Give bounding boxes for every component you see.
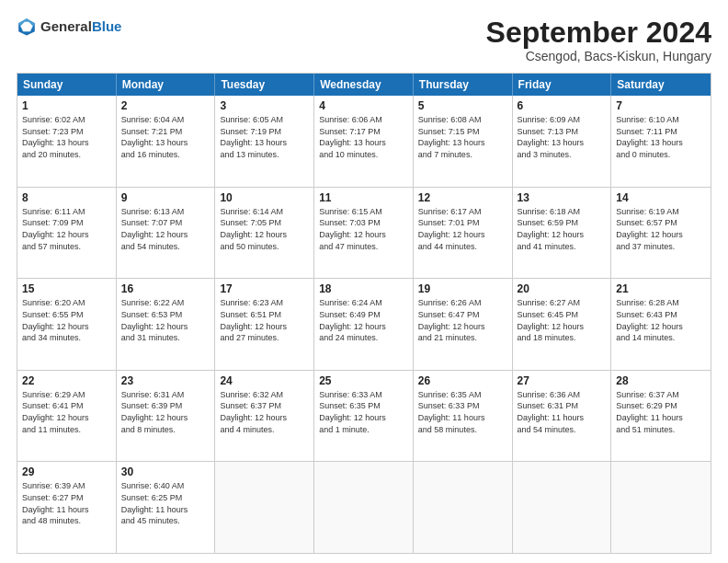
calendar-cell: 23Sunrise: 6:31 AMSunset: 6:39 PMDayligh…: [117, 371, 216, 462]
cell-text: and 48 minutes.: [22, 515, 111, 527]
calendar-cell: 12Sunrise: 6:17 AMSunset: 7:01 PMDayligh…: [414, 188, 513, 279]
cell-text: Sunrise: 6:24 AM: [319, 297, 408, 309]
day-number: 16: [121, 282, 210, 295]
cell-text: Sunset: 6:43 PM: [616, 309, 706, 321]
calendar: Sunday Monday Tuesday Wednesday Thursday…: [17, 73, 711, 554]
cell-text: Sunset: 6:25 PM: [121, 492, 210, 504]
cell-text: Daylight: 11 hours: [616, 412, 706, 424]
day-number: 29: [22, 465, 111, 478]
calendar-cell: 24Sunrise: 6:32 AMSunset: 6:37 PMDayligh…: [215, 371, 314, 462]
day-number: 13: [518, 191, 607, 204]
cell-text: Sunset: 6:33 PM: [418, 400, 507, 412]
day-number: 7: [616, 99, 706, 112]
cell-text: and 18 minutes.: [518, 332, 607, 344]
cell-text: and 41 minutes.: [518, 241, 607, 253]
cell-text: Sunrise: 6:08 AM: [418, 114, 507, 126]
cell-text: Daylight: 12 hours: [121, 321, 210, 333]
cell-text: Daylight: 12 hours: [319, 229, 408, 241]
calendar-cell: 18Sunrise: 6:24 AMSunset: 6:49 PMDayligh…: [314, 279, 414, 370]
cell-text: Daylight: 13 hours: [616, 137, 706, 149]
cell-text: and 57 minutes.: [22, 241, 111, 253]
cell-text: and 47 minutes.: [319, 241, 408, 253]
cell-text: Sunset: 7:05 PM: [220, 217, 309, 229]
cell-text: Sunrise: 6:35 AM: [418, 389, 507, 401]
day-number: 6: [518, 99, 607, 112]
day-number: 26: [418, 374, 507, 387]
header-tuesday: Tuesday: [215, 74, 314, 96]
day-number: 18: [319, 282, 408, 295]
cell-text: and 37 minutes.: [616, 241, 706, 253]
calendar-cell: 28Sunrise: 6:37 AMSunset: 6:29 PMDayligh…: [611, 371, 711, 462]
cell-text: Sunset: 6:41 PM: [22, 400, 111, 412]
cell-text: Sunset: 6:29 PM: [616, 400, 706, 412]
cell-text: Sunset: 6:39 PM: [121, 400, 210, 412]
calendar-row-4: 22Sunrise: 6:29 AMSunset: 6:41 PMDayligh…: [17, 371, 711, 463]
calendar-row-3: 15Sunrise: 6:20 AMSunset: 6:55 PMDayligh…: [17, 279, 711, 371]
cell-text: Sunrise: 6:37 AM: [616, 389, 706, 401]
calendar-row-1: 1Sunrise: 6:02 AMSunset: 7:23 PMDaylight…: [17, 96, 711, 188]
day-number: 20: [518, 282, 607, 295]
day-number: 15: [22, 282, 111, 295]
calendar-cell: 11Sunrise: 6:15 AMSunset: 7:03 PMDayligh…: [314, 188, 414, 279]
calendar-cell: 6Sunrise: 6:09 AMSunset: 7:13 PMDaylight…: [513, 96, 612, 187]
logo-general: General: [40, 18, 92, 34]
day-number: 17: [220, 282, 309, 295]
logo-text: GeneralBlue: [40, 18, 121, 35]
cell-text: Sunrise: 6:29 AM: [22, 389, 111, 401]
cell-text: Sunrise: 6:14 AM: [220, 206, 309, 218]
cell-text: Sunrise: 6:27 AM: [518, 297, 607, 309]
day-number: 30: [121, 465, 210, 478]
cell-text: Daylight: 12 hours: [418, 229, 507, 241]
calendar-cell: [314, 462, 414, 553]
calendar-row-5: 29Sunrise: 6:39 AMSunset: 6:27 PMDayligh…: [17, 462, 711, 553]
cell-text: Daylight: 12 hours: [220, 412, 309, 424]
cell-text: and 31 minutes.: [121, 332, 210, 344]
calendar-cell: 9Sunrise: 6:13 AMSunset: 7:07 PMDaylight…: [117, 188, 216, 279]
cell-text: and 45 minutes.: [121, 515, 210, 527]
cell-text: Sunrise: 6:05 AM: [220, 114, 309, 126]
calendar-cell: 1Sunrise: 6:02 AMSunset: 7:23 PMDaylight…: [17, 96, 117, 187]
calendar-cell: 7Sunrise: 6:10 AMSunset: 7:11 PMDaylight…: [611, 96, 711, 187]
day-number: 4: [319, 99, 408, 112]
cell-text: Sunrise: 6:10 AM: [616, 114, 706, 126]
calendar-cell: 15Sunrise: 6:20 AMSunset: 6:55 PMDayligh…: [17, 279, 117, 370]
cell-text: Sunset: 7:11 PM: [616, 126, 706, 138]
cell-text: Daylight: 12 hours: [220, 229, 309, 241]
cell-text: and 24 minutes.: [319, 332, 408, 344]
header: GeneralBlue September 2024 Csengod, Bacs…: [17, 17, 711, 63]
cell-text: Sunset: 7:19 PM: [220, 126, 309, 138]
cell-text: and 4 minutes.: [220, 424, 309, 436]
cell-text: and 54 minutes.: [518, 424, 607, 436]
calendar-cell: 19Sunrise: 6:26 AMSunset: 6:47 PMDayligh…: [414, 279, 513, 370]
cell-text: Daylight: 12 hours: [518, 321, 607, 333]
cell-text: and 44 minutes.: [418, 241, 507, 253]
cell-text: Daylight: 12 hours: [22, 412, 111, 424]
cell-text: Sunrise: 6:15 AM: [319, 206, 408, 218]
cell-text: Daylight: 13 hours: [22, 137, 111, 149]
title-block: September 2024 Csengod, Bacs-Kiskun, Hun…: [486, 17, 711, 63]
cell-text: Sunset: 6:47 PM: [418, 309, 507, 321]
day-number: 1: [22, 99, 111, 112]
calendar-cell: 17Sunrise: 6:23 AMSunset: 6:51 PMDayligh…: [215, 279, 314, 370]
cell-text: Sunset: 7:15 PM: [418, 126, 507, 138]
cell-text: Sunrise: 6:31 AM: [121, 389, 210, 401]
day-number: 19: [418, 282, 507, 295]
cell-text: Sunset: 7:23 PM: [22, 126, 111, 138]
cell-text: Sunset: 6:59 PM: [518, 217, 607, 229]
day-number: 21: [616, 282, 706, 295]
cell-text: Daylight: 12 hours: [616, 229, 706, 241]
header-wednesday: Wednesday: [314, 74, 414, 96]
calendar-cell: 14Sunrise: 6:19 AMSunset: 6:57 PMDayligh…: [611, 188, 711, 279]
day-number: 22: [22, 374, 111, 387]
calendar-cell: [513, 462, 612, 553]
header-monday: Monday: [117, 74, 216, 96]
cell-text: and 3 minutes.: [518, 149, 607, 161]
month-title: September 2024: [486, 17, 711, 49]
cell-text: Sunrise: 6:13 AM: [121, 206, 210, 218]
cell-text: Sunrise: 6:19 AM: [616, 206, 706, 218]
cell-text: and 10 minutes.: [319, 149, 408, 161]
cell-text: Sunset: 6:35 PM: [319, 400, 408, 412]
cell-text: Daylight: 13 hours: [418, 137, 507, 149]
calendar-cell: 25Sunrise: 6:33 AMSunset: 6:35 PMDayligh…: [314, 371, 414, 462]
cell-text: Sunset: 7:01 PM: [418, 217, 507, 229]
